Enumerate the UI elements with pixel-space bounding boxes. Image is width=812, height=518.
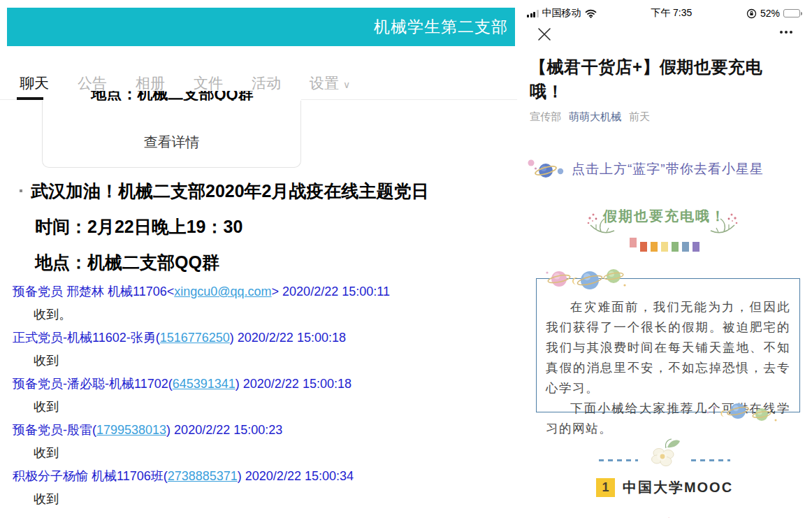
screen: 机械学生第二支部 聊天 公告 相册 文件 活动 设置∨ 地点：机械二支部QQ群 … — [0, 0, 812, 518]
group-header: 机械学生第二支部 — [7, 8, 515, 46]
article-byline: 宣传部 萌萌大机械 前天 — [530, 110, 650, 124]
message-body: 收到 — [13, 350, 509, 373]
group-title: 机械学生第二支部 — [374, 16, 508, 38]
color-square — [630, 238, 637, 247]
account-link[interactable]: 萌萌大机械 — [569, 110, 621, 124]
message-header: 预备党员 邢楚林 机械11706<xingcu0@qq.com> 2020/2/… — [13, 280, 509, 303]
message-body: 收到。 — [13, 303, 509, 326]
message-item: 预备党员 邢楚林 机械11706<xingcu0@qq.com> 2020/2/… — [13, 280, 509, 326]
message-body: 收到 — [13, 396, 509, 419]
sender-link[interactable]: 1799538013 — [96, 423, 166, 437]
announcement-line1: 武汉加油！机械二支部2020年2月战疫在线主题党日 — [31, 180, 429, 202]
tab-announce[interactable]: 公告 — [78, 73, 107, 93]
message-timestamp: ) 2020/2/22 15:00:18 — [230, 331, 346, 345]
sender-link[interactable]: 645391341 — [173, 377, 235, 391]
orientation-lock-icon — [746, 8, 757, 19]
section-heading-green: 假期也要充电哦！ — [517, 207, 812, 226]
carrier-label: 中国移动 — [542, 7, 581, 20]
publish-date: 前天 — [629, 110, 650, 124]
message-timestamp: > 2020/2/22 15:00:11 — [272, 285, 390, 298]
message-body: 收到 — [13, 442, 509, 465]
bullet-icon — [20, 189, 22, 192]
sender-name: 积极分子杨愉 机械11706班( — [13, 469, 168, 483]
message-item: 积极分子杨愉 机械11706班(2738885371) 2020/2/22 15… — [13, 465, 509, 511]
close-icon[interactable] — [537, 27, 552, 42]
lead-text[interactable]: 点击上方“蓝字”带你去看小星星 — [572, 160, 764, 178]
sender-link[interactable]: xingcu0@qq.com — [174, 285, 271, 298]
tab-files[interactable]: 文件 — [194, 73, 223, 93]
sender-name: 预备党员-殷雷( — [13, 423, 96, 437]
floral-sprig-icon — [710, 210, 739, 238]
announcement-card: 查看详情 — [42, 101, 301, 168]
color-square — [661, 242, 668, 252]
color-square — [640, 242, 647, 252]
tab-settings[interactable]: 设置∨ — [310, 73, 350, 93]
color-square — [682, 242, 689, 252]
battery-percent-label: 52% — [760, 8, 780, 19]
sender-link[interactable]: 2738885371 — [168, 469, 238, 483]
chevron-down-icon: ∨ — [343, 79, 350, 90]
number-badge: 1 — [596, 478, 615, 497]
planet-icon — [525, 157, 566, 182]
lead-line: 点击上方“蓝字”带你去看小星星 — [525, 157, 764, 182]
intro-paragraph-1: 在灾难面前，我们无能为力，但因此我们获得了一个很长的假期。被迫肥宅的我们与其浪费… — [546, 297, 790, 398]
tab-activity[interactable]: 活动 — [252, 73, 281, 93]
sender-name: 正式党员-机械11602-张勇( — [13, 331, 160, 345]
message-timestamp: ) 2020/2/22 15:00:18 — [235, 377, 351, 391]
sender-name: 预备党员 邢楚林 机械11706< — [13, 285, 174, 298]
message-timestamp: ) 2020/2/22 15:00:34 — [238, 469, 354, 483]
message-item: 预备党员-殷雷(1799538013) 2020/2/22 15:00:23 收… — [13, 419, 509, 465]
planets-decoration-icon — [545, 267, 628, 294]
more-options-icon[interactable] — [780, 31, 792, 34]
message-header: 预备党员-殷雷(1799538013) 2020/2/22 15:00:23 — [13, 419, 509, 442]
author-dept: 宣传部 — [530, 110, 561, 124]
announcement-text: 武汉加油！机械二支部2020年2月战疫在线主题党日 时间：2月22日晚上19：3… — [20, 180, 509, 273]
dashed-line — [691, 459, 730, 461]
message-timestamp: ) 2020/2/22 15:00:23 — [166, 423, 282, 437]
dashed-line — [599, 459, 638, 461]
color-squares-divider — [517, 242, 812, 252]
message-item: 正式党员-机械11602-张勇(1516776250) 2020/2/22 15… — [13, 326, 509, 373]
view-detail-button[interactable]: 查看详情 — [144, 133, 200, 152]
clock-label: 下午 7:35 — [597, 7, 746, 20]
message-list: 预备党员 邢楚林 机械11706<xingcu0@qq.com> 2020/2/… — [13, 280, 509, 511]
mooc-heading: 1 中国大学MOOC — [517, 478, 812, 497]
flower-icon — [646, 438, 683, 468]
tab-album[interactable]: 相册 — [136, 73, 165, 93]
intro-text-box: 在灾难面前，我们无能为力，但因此我们获得了一个很长的假期。被迫肥宅的我们与其浪费… — [536, 278, 800, 412]
mooc-label: 中国大学MOOC — [623, 478, 733, 497]
floral-sprig-icon — [586, 210, 615, 238]
sender-link[interactable]: 1516776250 — [160, 331, 230, 345]
message-header: 积极分子杨愉 机械11706班(2738885371) 2020/2/22 15… — [13, 465, 509, 488]
battery-icon — [783, 9, 802, 17]
message-header: 预备党员-潘必聪-机械11702(645391341) 2020/2/22 15… — [13, 373, 509, 396]
sender-name: 预备党员-潘必聪-机械11702( — [13, 377, 173, 391]
tab-chat[interactable]: 聊天 — [20, 73, 49, 93]
phone-panel: 中国移动 下午 7:35 52% — [517, 0, 812, 518]
message-body: 收到 — [13, 488, 509, 511]
color-square — [672, 242, 679, 252]
pink-underline-decoration — [623, 512, 669, 518]
message-item: 预备党员-潘必聪-机械11702(645391341) 2020/2/22 15… — [13, 373, 509, 419]
signal-bars-icon — [527, 10, 539, 17]
wifi-icon — [585, 9, 597, 18]
flower-divider — [517, 438, 812, 468]
color-square — [651, 242, 658, 252]
announcement-line3: 地点：机械二支部QQ群 — [35, 251, 509, 273]
article-title: 【械君干货店+】假期也要充电哦！ — [530, 55, 790, 103]
color-square — [693, 242, 699, 252]
tab-settings-label: 设置 — [310, 75, 339, 91]
planets-decoration-icon — [706, 401, 783, 424]
message-header: 正式党员-机械11602-张勇(1516776250) 2020/2/22 15… — [13, 326, 509, 350]
announcement-line2: 时间：2月22日晚上19：30 — [35, 215, 509, 238]
status-bar: 中国移动 下午 7:35 52% — [527, 6, 802, 21]
